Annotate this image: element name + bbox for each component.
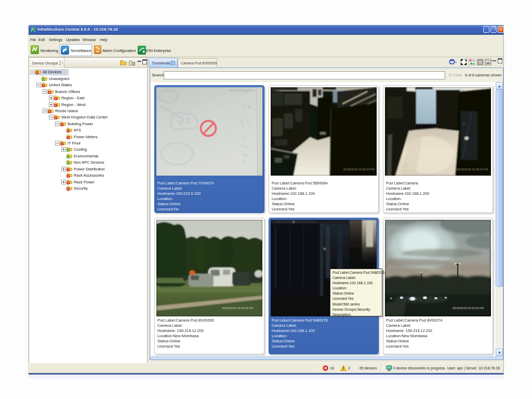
svg-text:05/06/2005 04:05:26 PM: 05/06/2005 04:05:26 PM	[457, 168, 488, 171]
svg-text:05/06/2005 04:05 PM: 05/06/2005 04:05 PM	[229, 89, 254, 92]
svg-text:05/06/2005 04:05:26 PM: 05/06/2005 04:05:26 PM	[453, 307, 484, 310]
svg-text:05/06/2005 04:05:26 PM: 05/06/2005 04:05:26 PM	[343, 168, 375, 171]
svg-text:05/06/2005 04:05:26 PM: 05/06/2005 04:05:26 PM	[222, 307, 254, 310]
